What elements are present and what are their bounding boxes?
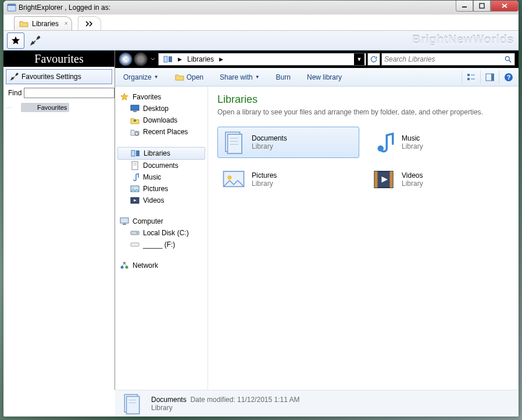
nav-pictures[interactable]: Pictures xyxy=(115,183,208,195)
new-library-button[interactable]: New library xyxy=(305,71,344,83)
svg-point-34 xyxy=(137,232,138,234)
svg-rect-38 xyxy=(123,262,126,264)
drive-icon xyxy=(130,228,140,238)
nav-documents[interactable]: Documents xyxy=(115,160,208,171)
organize-menu[interactable]: Organize▼ xyxy=(121,71,161,83)
svg-point-37 xyxy=(126,266,128,269)
svg-point-46 xyxy=(378,145,384,152)
breadcrumb-arrow-icon[interactable]: ▶ xyxy=(217,56,225,62)
tab-overflow-button[interactable] xyxy=(78,16,101,30)
view-icon xyxy=(467,73,475,81)
tab-close-icon[interactable]: × xyxy=(65,20,68,27)
breadcrumb[interactable]: ▶ Libraries ▶ ▼ xyxy=(158,53,366,66)
arrow-right-icon xyxy=(137,56,144,63)
desktop-icon xyxy=(130,104,140,113)
breadcrumb-arrow-icon[interactable]: ▶ xyxy=(176,56,184,62)
svg-point-36 xyxy=(121,266,124,269)
svg-rect-25 xyxy=(132,161,138,170)
library-tile-documents[interactable]: DocumentsLibrary xyxy=(217,127,359,158)
preview-pane-button[interactable] xyxy=(480,71,494,84)
tab-libraries[interactable]: Libraries × xyxy=(14,16,72,30)
explorer-body: Favorites Desktop Downloads Recent Place… xyxy=(115,87,519,390)
svg-rect-8 xyxy=(164,56,167,62)
window-title: BrightExplorer , Logged in as: xyxy=(19,3,517,12)
nav-recent[interactable]: Recent Places xyxy=(115,126,208,138)
nav-favorites[interactable]: Favorites xyxy=(115,91,208,103)
share-menu[interactable]: Share with▼ xyxy=(217,71,262,83)
content-heading: Libraries xyxy=(217,94,509,106)
chevron-down-icon: ▼ xyxy=(154,74,159,80)
svg-line-39 xyxy=(122,264,124,266)
nav-computer[interactable]: Computer xyxy=(115,216,208,227)
svg-rect-9 xyxy=(169,56,172,62)
nav-libraries[interactable]: Libraries xyxy=(117,147,205,160)
videos-icon xyxy=(130,196,140,205)
search-input[interactable] xyxy=(384,55,504,63)
nav-desktop[interactable]: Desktop xyxy=(115,103,208,114)
svg-rect-23 xyxy=(131,150,135,156)
arrow-left-icon xyxy=(122,56,129,63)
refresh-button[interactable] xyxy=(367,53,380,66)
tab-strip: Libraries × xyxy=(3,15,519,31)
nav-videos[interactable]: Videos xyxy=(115,195,208,206)
find-row: Find xyxy=(3,87,115,102)
svg-rect-12 xyxy=(467,74,470,76)
recent-icon xyxy=(130,127,140,137)
documents-icon xyxy=(121,393,143,415)
favourites-toolbar: BrightNewWorlds xyxy=(3,31,519,51)
view-options-button[interactable] xyxy=(462,71,475,84)
tools-button[interactable] xyxy=(27,33,44,49)
breadcrumb-dropdown[interactable]: ▼ xyxy=(354,53,364,65)
nav-downloads[interactable]: Downloads xyxy=(115,114,208,126)
breadcrumb-segment[interactable]: Libraries xyxy=(184,53,217,65)
open-button[interactable]: Open xyxy=(173,71,206,84)
tools-icon xyxy=(10,72,19,81)
back-button[interactable] xyxy=(119,52,133,66)
app-window: BrightExplorer , Logged in as: Libraries… xyxy=(3,1,519,417)
close-button[interactable] xyxy=(491,1,519,12)
library-tile-videos[interactable]: VideosLibrary xyxy=(367,164,509,195)
maximize-button[interactable] xyxy=(473,1,491,12)
drive-icon xyxy=(130,240,140,249)
tree-expand-dots[interactable]: ⋯ xyxy=(6,105,12,111)
search-box[interactable] xyxy=(381,53,515,66)
find-label: Find xyxy=(8,89,22,97)
nav-drive-f[interactable]: _____ (F:) xyxy=(115,239,208,250)
main-split: Favourites Favourites Settings Find ⋯Fav… xyxy=(3,51,519,390)
favourites-star-button[interactable] xyxy=(7,33,24,49)
help-button[interactable]: ? xyxy=(499,71,513,84)
svg-rect-1 xyxy=(8,4,16,6)
nav-history-dropdown[interactable] xyxy=(149,53,157,65)
help-icon: ? xyxy=(504,73,513,82)
forward-button[interactable] xyxy=(134,52,148,66)
svg-rect-24 xyxy=(136,150,140,156)
status-bar: Documents Date modified: 11/12/2015 1:11… xyxy=(115,390,519,417)
nav-music[interactable]: Music xyxy=(115,171,208,183)
status-type: Library xyxy=(151,404,300,412)
favourites-tree: ⋯Favourites xyxy=(3,102,115,112)
pictures-icon xyxy=(130,184,140,193)
svg-rect-42 xyxy=(228,134,242,153)
library-tile-music[interactable]: MusicLibrary xyxy=(367,127,509,158)
nav-network[interactable]: Network xyxy=(115,260,208,271)
find-input[interactable] xyxy=(24,88,115,98)
favourites-tree-root[interactable]: Favourites xyxy=(21,103,69,112)
app-icon xyxy=(7,3,16,12)
downloads-icon xyxy=(130,116,140,125)
music-icon xyxy=(371,130,396,155)
libraries-icon xyxy=(163,55,173,64)
breadcrumb-root[interactable] xyxy=(160,53,176,65)
minimize-button[interactable] xyxy=(456,1,473,12)
preview-pane-icon xyxy=(485,73,494,81)
nav-drive-c[interactable]: Local Disk (C:) xyxy=(115,227,208,239)
svg-rect-21 xyxy=(133,111,137,112)
documents-icon xyxy=(221,130,246,155)
favourites-panel: Favourites Favourites Settings Find ⋯Fav… xyxy=(3,51,115,390)
library-tile-pictures[interactable]: PicturesLibrary xyxy=(217,164,359,195)
nav-row: ▶ Libraries ▶ ▼ xyxy=(115,51,519,68)
svg-rect-20 xyxy=(131,105,139,110)
favourites-settings-button[interactable]: Favourites Settings xyxy=(6,69,112,84)
burn-button[interactable]: Burn xyxy=(274,71,293,83)
explorer-pane: ▶ Libraries ▶ ▼ Organize▼ Open Shar xyxy=(115,51,519,390)
libraries-icon xyxy=(131,149,140,158)
